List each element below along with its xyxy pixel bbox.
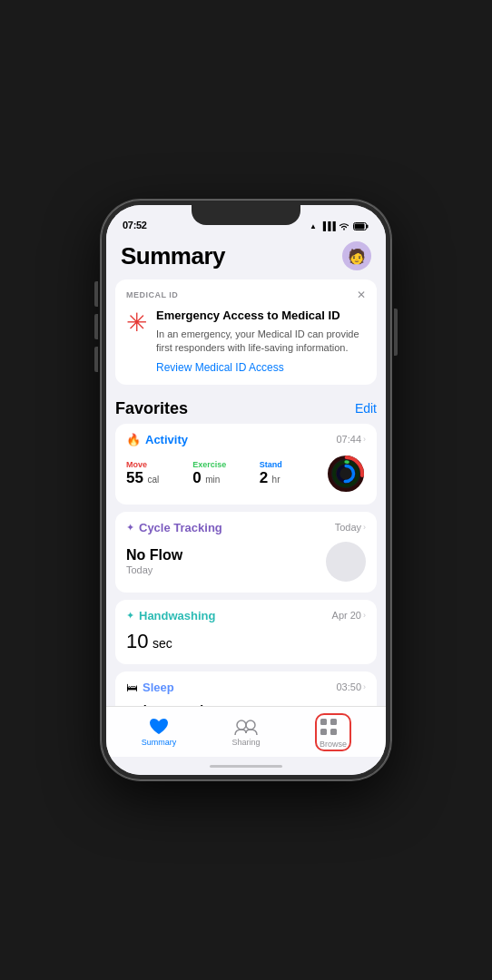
page-title: Summary (121, 242, 225, 270)
volume-up-button[interactable] (94, 314, 98, 339)
activity-title: Activity (145, 433, 188, 446)
exercise-stat: Exercise 0 min (192, 460, 259, 487)
stand-label: Stand (260, 460, 326, 469)
phone-screen: 07:52 ▲ ▐▐▐ Summary (106, 205, 386, 775)
activity-date: 07:44 › (336, 434, 366, 445)
cycle-card-header: ✦ Cycle Tracking Today › (126, 521, 366, 534)
handwashing-title: Handwashing (139, 609, 216, 622)
cycle-icon: ✦ (126, 522, 134, 534)
status-time: 07:52 (123, 220, 147, 230)
cycle-sub: Today (126, 564, 182, 575)
move-unit: cal (147, 475, 159, 485)
sleep-title: Sleep (143, 681, 174, 694)
notch (192, 205, 300, 225)
handwashing-date-text: Apr 20 (332, 610, 361, 621)
cycle-circle (326, 542, 366, 582)
cycle-title: Cycle Tracking (139, 521, 222, 534)
sleep-date-text: 03:50 (336, 681, 361, 692)
exercise-value: 0 (192, 469, 201, 486)
svg-rect-13 (330, 719, 337, 725)
signal-bars-icon: ▐▐▐ (320, 221, 335, 230)
stand-stat: Stand 2 hr (260, 460, 326, 487)
sharing-icon (234, 718, 258, 736)
activity-stats: Move 55 cal Exercise 0 min (126, 454, 366, 494)
medical-title: Emergency Access to Medical ID (156, 309, 366, 324)
handwashing-body: 10 sec (126, 630, 366, 653)
scroll-content[interactable]: Summary 🧑 MEDICAL ID ✕ ✳ Emergency Acces… (106, 234, 386, 706)
close-button[interactable]: ✕ (357, 289, 366, 301)
stand-value: 2 (260, 469, 268, 486)
handwashing-card[interactable]: ✦ Handwashing Apr 20 › 10 sec (115, 600, 377, 664)
sleep-card[interactable]: 🛏 Sleep 03:50 › 7 hr 2 min (115, 671, 377, 706)
activity-title-row: 🔥 Activity (126, 433, 188, 446)
stand-unit: hr (272, 475, 280, 485)
svg-rect-2 (355, 223, 365, 229)
exercise-value-row: 0 min (192, 470, 259, 487)
volume-down-button[interactable] (94, 281, 98, 307)
page-header: Summary 🧑 (106, 234, 386, 279)
sleep-card-header: 🛏 Sleep 03:50 › (126, 681, 366, 694)
avatar[interactable]: 🧑 (342, 241, 371, 270)
handwashing-icon: ✦ (126, 610, 134, 622)
medical-id-card: MEDICAL ID ✕ ✳ Emergency Access to Medic… (115, 279, 377, 385)
home-indicator (106, 757, 386, 775)
cycle-tracking-card[interactable]: ✦ Cycle Tracking Today › No Flow Today (115, 512, 377, 593)
heart-icon (149, 718, 169, 736)
handwashing-chevron-icon: › (363, 611, 366, 620)
battery-icon (353, 222, 369, 230)
medical-id-label: MEDICAL ID (126, 290, 178, 299)
sleep-date: 03:50 › (336, 681, 366, 692)
browse-highlight-ring: Browse (315, 713, 351, 751)
edit-button[interactable]: Edit (355, 401, 377, 416)
activity-card[interactable]: 🔥 Activity 07:44 › Move 55 cal (115, 424, 377, 505)
silent-switch[interactable] (94, 347, 98, 372)
move-value: 55 (126, 469, 143, 486)
sleep-title-row: 🛏 Sleep (126, 681, 174, 694)
cycle-date: Today › (335, 522, 366, 533)
medical-text: Emergency Access to Medical ID In an eme… (156, 309, 366, 374)
activity-time: 07:44 (336, 434, 361, 445)
avatar-emoji: 🧑 (348, 248, 366, 265)
phone-frame: 07:52 ▲ ▐▐▐ Summary (101, 200, 391, 780)
sleep-icon: 🛏 (126, 681, 138, 694)
activity-chevron-icon: › (363, 435, 366, 444)
medical-description: In an emergency, your Medical ID can pro… (156, 328, 366, 356)
handwashing-card-header: ✦ Handwashing Apr 20 › (126, 609, 366, 622)
handwashing-value: 10 (126, 630, 148, 652)
handwashing-title-row: ✦ Handwashing (126, 609, 216, 622)
cycle-text: No Flow Today (126, 547, 182, 575)
activity-icon: 🔥 (126, 433, 141, 446)
svg-rect-15 (330, 729, 337, 735)
cycle-main: No Flow (126, 547, 182, 564)
tab-summary[interactable]: Summary (115, 718, 202, 747)
move-value-row: 55 cal (126, 470, 192, 487)
handwashing-date: Apr 20 › (332, 610, 366, 621)
tab-summary-label: Summary (142, 738, 177, 747)
svg-point-11 (246, 720, 255, 730)
svg-rect-1 (367, 224, 369, 228)
svg-point-10 (237, 720, 246, 730)
cycle-chevron-icon: › (363, 523, 366, 532)
activity-card-header: 🔥 Activity 07:44 › (126, 433, 366, 446)
power-button[interactable] (394, 309, 398, 356)
stand-value-row: 2 hr (260, 470, 326, 487)
tab-browse[interactable]: Browse (290, 713, 377, 751)
exercise-unit: min (205, 475, 220, 485)
cycle-title-row: ✦ Cycle Tracking (126, 521, 222, 534)
tab-sharing-label: Sharing (231, 738, 260, 747)
cycle-date-text: Today (335, 522, 361, 533)
review-access-link[interactable]: Review Medical ID Access (156, 361, 366, 374)
favorites-title: Favorites (115, 399, 188, 418)
handwashing-unit: sec (153, 636, 172, 651)
tab-sharing[interactable]: Sharing (202, 718, 290, 747)
status-icons: ▲ ▐▐▐ (310, 221, 369, 230)
location-icon: ▲ (310, 222, 317, 230)
card-header: MEDICAL ID ✕ (126, 289, 366, 301)
activity-ring (326, 454, 366, 494)
sleep-chevron-icon: › (363, 682, 366, 691)
medical-content: ✳ Emergency Access to Medical ID In an e… (126, 309, 366, 374)
move-label: Move (126, 460, 192, 469)
favorites-section-header: Favorites Edit (106, 394, 386, 424)
move-stat: Move 55 cal (126, 460, 192, 487)
tab-browse-label: Browse (320, 740, 347, 749)
